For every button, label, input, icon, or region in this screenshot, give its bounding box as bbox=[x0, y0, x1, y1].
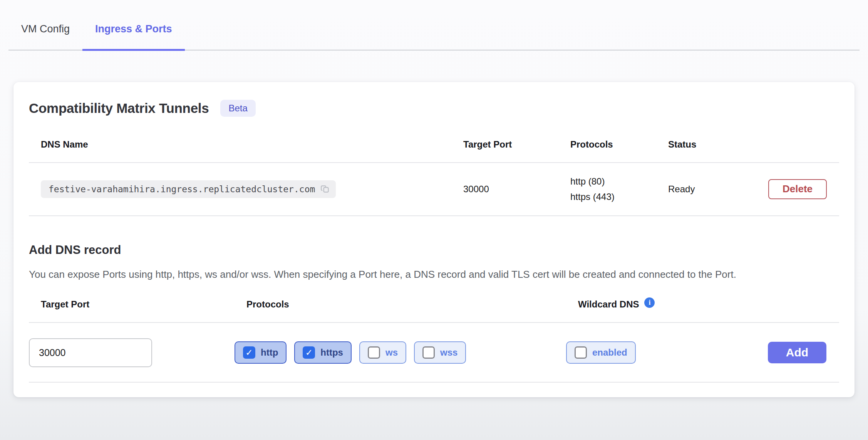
protocol-line-https: https (443) bbox=[570, 189, 668, 205]
card-title-row: Compatibility Matrix Tunnels Beta bbox=[29, 100, 839, 117]
checkbox-icon bbox=[243, 346, 255, 359]
table-row: festive-varahamihira.ingress.replicatedc… bbox=[29, 163, 839, 216]
dns-name-cell: festive-varahamihira.ingress.replicatedc… bbox=[29, 180, 463, 198]
column-header-target-port: Target Port bbox=[463, 139, 570, 150]
column-header-status: Status bbox=[668, 139, 768, 150]
add-dns-form-row: http https ws wss enabled Add bbox=[29, 323, 839, 383]
checkbox-icon bbox=[303, 346, 315, 359]
tunnels-table: DNS Name Target Port Protocols Status fe… bbox=[29, 130, 839, 216]
checkbox-icon bbox=[368, 346, 380, 359]
target-port-field-cell bbox=[29, 338, 235, 367]
protocol-chip-http[interactable]: http bbox=[235, 341, 287, 364]
target-port-input[interactable] bbox=[29, 338, 152, 367]
protocol-line-http: http (80) bbox=[570, 174, 668, 189]
label-wildcard-dns: Wildcard DNS bbox=[578, 299, 768, 310]
add-button[interactable]: Add bbox=[768, 342, 826, 363]
chip-label: https bbox=[320, 347, 343, 358]
checkbox-icon bbox=[575, 346, 587, 359]
page-title: Compatibility Matrix Tunnels bbox=[29, 101, 209, 116]
table-header-row: DNS Name Target Port Protocols Status bbox=[29, 130, 839, 163]
chip-label: wss bbox=[440, 347, 457, 358]
delete-button[interactable]: Delete bbox=[768, 179, 827, 199]
label-target-port: Target Port bbox=[41, 299, 246, 310]
protocol-chips: http https ws wss bbox=[235, 341, 566, 364]
protocol-chip-https[interactable]: https bbox=[294, 341, 352, 364]
protocols-cell: http (80) https (443) bbox=[570, 174, 668, 205]
form-labels-row: Target Port Protocols Wildcard DNS bbox=[29, 299, 839, 323]
dns-name-pill: festive-varahamihira.ingress.replicatedc… bbox=[41, 180, 336, 198]
add-dns-record-heading: Add DNS record bbox=[29, 243, 839, 257]
copy-icon[interactable] bbox=[320, 184, 330, 194]
tunnels-card: Compatibility Matrix Tunnels Beta DNS Na… bbox=[13, 82, 855, 397]
chip-label: http bbox=[261, 347, 278, 358]
tab-bar: VM Config Ingress & Ports bbox=[8, 0, 860, 50]
checkbox-icon bbox=[422, 346, 435, 359]
target-port-cell: 30000 bbox=[463, 184, 570, 195]
protocol-chip-ws[interactable]: ws bbox=[359, 341, 406, 364]
beta-badge: Beta bbox=[220, 100, 255, 117]
tab-vm-config[interactable]: VM Config bbox=[8, 23, 82, 51]
chip-label: enabled bbox=[592, 347, 627, 358]
wildcard-enabled-chip[interactable]: enabled bbox=[566, 341, 636, 364]
protocol-chip-wss[interactable]: wss bbox=[414, 341, 466, 364]
label-protocols: Protocols bbox=[246, 299, 578, 310]
tab-ingress-ports[interactable]: Ingress & Ports bbox=[82, 23, 185, 51]
wildcard-dns-cell: enabled bbox=[566, 341, 756, 364]
column-header-dns-name: DNS Name bbox=[29, 139, 463, 150]
add-dns-record-description: You can expose Ports using http, https, … bbox=[29, 267, 830, 282]
info-icon[interactable] bbox=[644, 297, 655, 308]
status-cell: Ready bbox=[668, 184, 768, 195]
dns-name-value: festive-varahamihira.ingress.replicatedc… bbox=[49, 184, 315, 194]
wildcard-dns-label-text: Wildcard DNS bbox=[578, 299, 639, 310]
chip-label: ws bbox=[385, 347, 398, 358]
column-header-protocols: Protocols bbox=[570, 139, 668, 150]
